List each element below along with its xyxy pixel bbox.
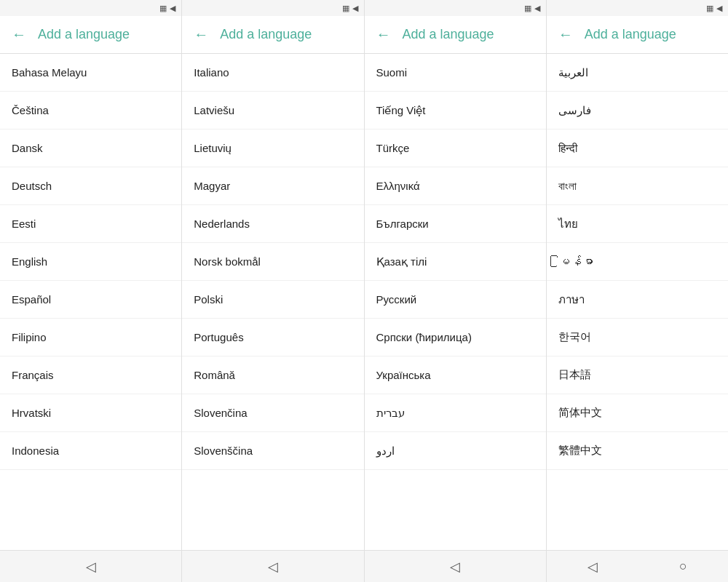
lang-item[interactable]: 한국어 [547, 319, 728, 356]
lang-item[interactable]: Polski [182, 281, 363, 319]
lang-name: اردو [376, 445, 395, 458]
lang-item[interactable]: Filipino [0, 319, 181, 356]
lang-name: हिन्दी [558, 142, 577, 155]
lang-name: Slovenčina [194, 407, 247, 419]
lang-name: Українська [376, 369, 431, 381]
lang-item[interactable]: Norsk bokmål [182, 243, 363, 281]
lang-item[interactable]: ภาษา [547, 281, 728, 319]
lang-name: Deutsch [12, 180, 52, 192]
lang-item[interactable]: اردو [365, 432, 546, 470]
lang-item[interactable]: မြန်မာ [547, 243, 728, 281]
lang-item[interactable]: English [0, 243, 181, 281]
lang-item[interactable]: Dansk [0, 129, 181, 167]
circle-nav-4[interactable]: ○ [673, 553, 693, 580]
lang-item[interactable]: Italiano [182, 54, 363, 92]
panel-1-header: ← Add a language [0, 16, 181, 54]
lang-item[interactable]: Deutsch [0, 167, 181, 205]
lang-item[interactable]: Қазақ тілі [365, 243, 546, 281]
lang-item[interactable]: Français [0, 356, 181, 394]
lang-name: Magyar [194, 180, 230, 192]
lang-item[interactable]: Русский [365, 281, 546, 319]
panel-1-title: Add a language [38, 27, 130, 42]
lang-name: Norsk bokmål [194, 255, 261, 268]
lang-item[interactable]: Türkçe [365, 129, 546, 167]
panel-3: ← Add a language SuomiTiếng ViệtTürkçeΕλ… [365, 16, 547, 550]
back-arrow-4[interactable]: ← [558, 26, 573, 43]
lang-item[interactable]: Hrvatski [0, 394, 181, 432]
panel-1: ← Add a language Bahasa MelayuČeštinaDan… [0, 16, 182, 550]
lang-name: Suomi [376, 66, 408, 79]
panel-4-header: ← Add a language [547, 16, 728, 54]
lang-name: ไทย [558, 215, 578, 233]
lang-name: Latviešu [194, 104, 234, 116]
lang-item[interactable]: Suomi [365, 54, 546, 92]
lang-name: Tiếng Việt [376, 104, 426, 117]
panel-4-lang-list[interactable]: العربيةفارسیहिन्दीবাংলাไทยမြန်မာภาษา한국어日… [547, 54, 728, 550]
panel-2: ← Add a language ItalianoLatviešuLietuvi… [182, 16, 364, 550]
panel-2-lang-list[interactable]: ItalianoLatviešuLietuviųMagyarNederlands… [182, 54, 363, 550]
lang-name: 简体中文 [558, 406, 602, 420]
lang-name: Français [12, 369, 54, 381]
lang-item[interactable]: العربية [547, 54, 728, 92]
status-bar-2: ▦ ◀ [182, 0, 364, 16]
panel-4-title: Add a language [585, 27, 676, 42]
lang-item[interactable]: বাংলা [547, 167, 728, 205]
lang-item[interactable]: Indonesia [0, 432, 181, 470]
status-icons-4: ▦ ◀ [706, 4, 722, 13]
lang-item[interactable]: Українська [365, 356, 546, 394]
lang-item[interactable]: Eesti [0, 205, 181, 243]
panel-3-lang-list[interactable]: SuomiTiếng ViệtTürkçeΕλληνικάБългарскиҚа… [365, 54, 546, 550]
lang-item[interactable]: Slovenčina [182, 394, 363, 432]
back-nav-3[interactable]: ◁ [444, 553, 466, 581]
lang-item[interactable]: 简体中文 [547, 394, 728, 432]
lang-item[interactable]: Română [182, 356, 363, 394]
back-arrow-1[interactable]: ← [12, 26, 26, 43]
nav-bar-1: ◁ [0, 551, 182, 582]
lang-item[interactable]: Latviešu [182, 92, 363, 129]
lang-name: Қазақ тілі [376, 255, 427, 268]
lang-item[interactable]: हिन्दी [547, 129, 728, 167]
lang-item[interactable]: Български [365, 205, 546, 243]
lang-item[interactable]: Čeština [0, 92, 181, 129]
panel-4: ← Add a language العربيةفارسیहिन्दीবাংলা… [547, 16, 728, 550]
panel-2-title: Add a language [220, 27, 312, 42]
panel-3-title: Add a language [403, 27, 494, 42]
back-nav-1[interactable]: ◁ [80, 553, 102, 581]
nav-bar-row: ◁ ◁ ◁ ◁ ○ [0, 550, 728, 582]
lang-item[interactable]: Magyar [182, 167, 363, 205]
lang-item[interactable]: Español [0, 281, 181, 319]
lang-item[interactable]: Nederlands [182, 205, 363, 243]
lang-name: עברית [376, 407, 405, 420]
back-nav-2[interactable]: ◁ [262, 553, 284, 581]
lang-name: Eesti [12, 218, 36, 230]
panels-row: ← Add a language Bahasa MelayuČeštinaDan… [0, 16, 728, 550]
wifi-icon-4: ▦ [706, 4, 713, 13]
lang-item[interactable]: Bahasa Melayu [0, 54, 181, 92]
lang-item[interactable]: ไทย [547, 205, 728, 243]
lang-name: Slovenščina [194, 445, 253, 457]
lang-item[interactable]: Ελληνικά [365, 167, 546, 205]
lang-name: မြန်မာ [558, 255, 593, 268]
lang-item[interactable]: 繁體中文 [547, 432, 728, 470]
back-arrow-2[interactable]: ← [194, 26, 208, 43]
wifi-icon-3: ▦ [524, 4, 531, 13]
wifi-icon-2: ▦ [342, 4, 349, 13]
lang-name: 繁體中文 [558, 444, 602, 458]
lang-item[interactable]: Slovenščina [182, 432, 363, 470]
panel-3-header: ← Add a language [365, 16, 546, 54]
lang-name: Polski [194, 293, 223, 306]
lang-item[interactable]: Српски (ћирилица) [365, 319, 546, 356]
lang-item[interactable]: Lietuvių [182, 129, 363, 167]
status-icons-1: ▦ ◀ [159, 4, 175, 13]
lang-item[interactable]: Português [182, 319, 363, 356]
lang-item[interactable]: Tiếng Việt [365, 92, 546, 129]
lang-item[interactable]: עברית [365, 394, 546, 432]
lang-name: Türkçe [376, 142, 410, 154]
back-arrow-3[interactable]: ← [376, 26, 391, 43]
back-nav-4[interactable]: ◁ [582, 553, 604, 581]
lang-item[interactable]: 日本語 [547, 356, 728, 394]
panel-1-lang-list[interactable]: Bahasa MelayuČeštinaDanskDeutschEestiEng… [0, 54, 181, 550]
lang-item[interactable]: فارسی [547, 92, 728, 129]
lang-name: Русский [376, 293, 417, 306]
lang-name: Română [194, 369, 235, 381]
